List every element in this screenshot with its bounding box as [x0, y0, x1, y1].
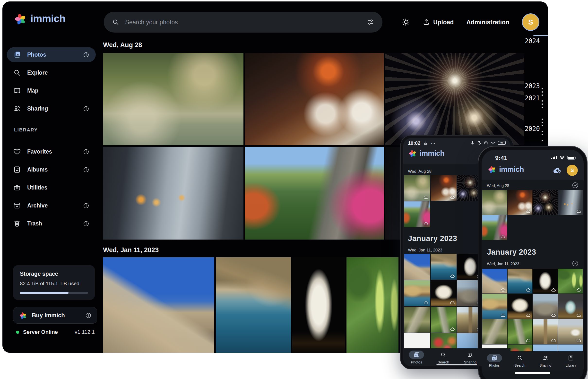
photo-farm[interactable] — [558, 319, 583, 344]
battery-icon: 97 — [498, 141, 506, 145]
archive-icon — [13, 202, 21, 209]
photo-lizard2[interactable] — [431, 307, 457, 332]
cloud-backup-icon — [576, 209, 581, 214]
nav-library[interactable]: Library — [558, 351, 584, 370]
photo-fortress[interactable] — [103, 257, 214, 353]
timeline-year-2020[interactable]: 2020 — [510, 125, 540, 132]
info-icon[interactable] — [83, 166, 89, 173]
photo-lizard2[interactable] — [508, 319, 532, 344]
sidebar-label: Utilities — [27, 184, 89, 191]
administration-link[interactable]: Administration — [466, 19, 509, 26]
tablet-month-header: January 2023 — [408, 234, 457, 243]
photo-lizard1[interactable] — [404, 307, 430, 332]
upload-button[interactable]: Upload — [423, 18, 454, 26]
sidebar-item-favorites[interactable]: Favorites — [7, 144, 96, 159]
cloud-backup-icon — [551, 287, 556, 293]
photo-fireworks[interactable] — [385, 53, 524, 145]
photo-path[interactable] — [404, 201, 430, 227]
photo-bust2[interactable] — [508, 294, 532, 319]
buy-immich-button[interactable]: Buy Immich — [13, 307, 97, 324]
timeline-year-2021[interactable]: 2021 — [510, 95, 540, 102]
user-avatar[interactable]: S — [522, 13, 540, 31]
sidebar-item-explore[interactable]: Explore — [7, 65, 96, 80]
photo-hands[interactable] — [558, 190, 583, 215]
photo-path[interactable] — [482, 215, 507, 240]
phone-status-left: 9:41 — [495, 155, 507, 161]
photo-berries[interactable] — [558, 269, 583, 294]
sidebar-item-utilities[interactable]: Utilities — [7, 180, 96, 195]
photo-zoo[interactable] — [103, 53, 243, 145]
photo-cake[interactable] — [558, 294, 583, 319]
sidebar-label: Albums — [27, 166, 77, 173]
tablet-home-indicator — [437, 364, 477, 365]
timeline-dot — [541, 107, 543, 108]
select-all-check-icon[interactable] — [572, 260, 579, 267]
sidebar-item-albums[interactable]: Albums — [7, 162, 96, 177]
sidebar-item-trash[interactable]: Trash — [7, 216, 96, 231]
timeline-dot — [541, 122, 543, 123]
nav-sharing[interactable]: Sharing — [533, 351, 558, 370]
photo-beach[interactable] — [404, 280, 430, 306]
cloud-backup-icon — [501, 234, 506, 239]
photo-row — [103, 53, 524, 145]
search-bar[interactable] — [104, 12, 382, 32]
photo-church[interactable] — [533, 319, 558, 344]
photo-bust2[interactable] — [431, 280, 457, 306]
timeline-dot — [541, 104, 543, 105]
photo-dinner[interactable] — [431, 175, 457, 201]
sidebar-item-photos[interactable]: Photos — [7, 47, 96, 62]
info-icon[interactable] — [83, 51, 89, 58]
theme-toggle-icon[interactable] — [402, 18, 410, 26]
timeline-year-2024[interactable]: 2024 — [510, 37, 540, 45]
info-icon[interactable] — [83, 202, 89, 209]
photo-coast[interactable] — [431, 254, 457, 280]
search-input[interactable] — [125, 18, 362, 26]
photo-hands[interactable] — [103, 147, 243, 239]
cloud-sync-icon[interactable] — [553, 166, 562, 175]
photo-ruins[interactable] — [533, 294, 558, 319]
timeline-year-2023[interactable]: 2023 — [510, 82, 540, 90]
nav-photos[interactable]: Photos — [403, 348, 430, 366]
sidebar-item-sharing[interactable]: Sharing — [7, 101, 96, 116]
sidebar-item-archive[interactable]: Archive — [7, 198, 96, 213]
storage-progress-fill — [20, 292, 68, 294]
photo-lizard1[interactable] — [482, 319, 507, 344]
brand-name: immich — [30, 13, 65, 25]
timeline-scrubber-handle[interactable] — [533, 35, 548, 36]
phone-device: 9:41 — [478, 146, 588, 379]
info-icon[interactable] — [83, 220, 89, 227]
photo-zoo[interactable] — [404, 175, 430, 201]
nav-search[interactable]: Search — [507, 351, 533, 370]
cloud-backup-icon — [576, 287, 581, 293]
sidebar-item-map[interactable]: Map — [7, 83, 96, 98]
photo-bust[interactable] — [533, 269, 558, 294]
cloud-backup-icon — [501, 313, 506, 318]
photo-fortress[interactable] — [404, 254, 430, 280]
info-icon[interactable] — [85, 312, 92, 319]
phone-date-jan: Wed, Jan 11, 2023 — [487, 262, 519, 266]
info-icon[interactable] — [83, 105, 89, 112]
photo-coast[interactable] — [216, 257, 291, 353]
photo-coast[interactable] — [508, 269, 532, 294]
albums-icon — [13, 166, 21, 174]
photo-bust[interactable] — [292, 257, 345, 353]
photo-beach[interactable] — [482, 294, 507, 319]
server-status-label: Server Online — [23, 329, 71, 335]
upload-label: Upload — [433, 19, 454, 26]
user-avatar[interactable]: S — [567, 165, 578, 176]
filter-icon[interactable] — [367, 18, 374, 26]
server-status-row: Server Online v1.112.1 — [16, 329, 95, 335]
photo-path[interactable] — [245, 147, 384, 239]
photo-fireworks[interactable] — [533, 190, 558, 215]
library-icon — [563, 354, 578, 362]
photo-dinner[interactable] — [245, 53, 384, 145]
photo-dinner[interactable] — [508, 190, 532, 215]
nav-photos[interactable]: Photos — [482, 351, 507, 370]
info-icon[interactable] — [83, 148, 89, 155]
photo-zoo[interactable] — [482, 190, 507, 215]
photo-fortress[interactable] — [482, 269, 507, 294]
select-all-check-icon[interactable] — [572, 182, 579, 189]
photo-berries[interactable] — [347, 257, 398, 353]
sidebar-label: Photos — [27, 51, 77, 58]
sharing-icon — [538, 354, 553, 362]
